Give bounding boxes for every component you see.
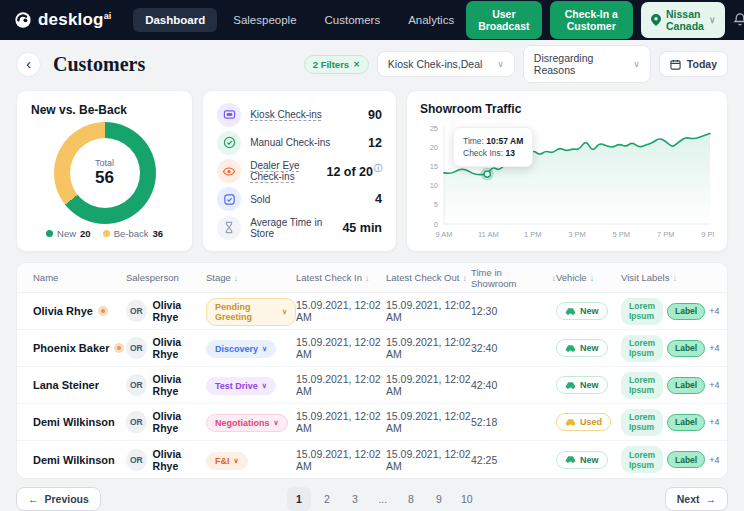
time-in-showroom-cell: 12:30 — [471, 305, 556, 317]
nav-item-dashboard[interactable]: Dashboard — [133, 8, 217, 32]
more-labels-count[interactable]: +4 — [709, 306, 719, 316]
legend-dot-icon — [103, 230, 110, 237]
sort-desc-icon[interactable]: ↓ — [672, 273, 677, 283]
salesperson-name: Olivia Rhye — [153, 448, 206, 472]
visit-label-pill[interactable]: Label — [667, 451, 705, 468]
legend-label: Be-back — [114, 228, 149, 239]
visit-label-pill[interactable]: Lorem Ipsum — [621, 446, 663, 473]
page-number-3[interactable]: 3 — [343, 487, 367, 511]
column-header-visit-labels[interactable]: Visit Labels↓ — [621, 272, 711, 283]
logo[interactable]: desklogai — [14, 10, 111, 30]
customer-status-badge-icon — [98, 306, 108, 316]
table-row[interactable]: Demi WilkinsonOROlivia RhyeF&I∨15.09.202… — [17, 441, 727, 478]
svg-text:9 AM: 9 AM — [435, 230, 452, 239]
visit-label-pill[interactable]: Lorem Ipsum — [621, 372, 663, 399]
customer-name-cell[interactable]: Demi Wilkinson — [33, 454, 126, 466]
page-ellipsis: ... — [371, 487, 395, 511]
legend-value: 36 — [153, 228, 164, 239]
page-number-2[interactable]: 2 — [315, 487, 339, 511]
visit-label-pill[interactable]: Lorem Ipsum — [621, 298, 663, 325]
showroom-traffic-card: Showroom Traffic Time: 10:57 AM Check In… — [406, 90, 728, 252]
nav-item-analytics[interactable]: Analytics — [396, 8, 466, 32]
customer-name-cell[interactable]: Demi Wilkinson — [33, 416, 126, 428]
salesperson-avatar: OR — [126, 411, 147, 433]
table-row[interactable]: Phoenix BakerOROlivia RhyeDiscovery∨15.0… — [17, 330, 727, 367]
stage-dropdown-pill[interactable]: Negotiations∨ — [206, 414, 288, 432]
svg-text:5 PM: 5 PM — [613, 230, 631, 239]
customer-name-cell[interactable]: Olivia Rhye — [33, 305, 126, 317]
checkin-type-filter-dropdown[interactable]: Kiosk Chek-ins,Dealer... ∨ — [377, 51, 515, 77]
visit-label-pill[interactable]: Label — [667, 340, 705, 357]
stage-dropdown-pill[interactable]: Test Drive∨ — [206, 377, 276, 395]
salesperson-avatar: OR — [126, 449, 147, 471]
sort-desc-icon[interactable]: ↓ — [590, 273, 595, 283]
table-row[interactable]: Olivia RhyeOROlivia RhyePending Greeting… — [17, 293, 727, 330]
customer-name-cell[interactable]: Phoenix Baker — [33, 342, 126, 354]
latest-checkin-cell: 15.09.2021, 12:02 AM — [296, 410, 386, 434]
visit-label-pill[interactable]: Lorem Ipsum — [621, 335, 663, 362]
back-button[interactable]: ‹ — [16, 52, 41, 77]
vehicle-label: New — [580, 455, 599, 465]
column-header-time-in-showroom[interactable]: Time in Showroom↓ — [471, 267, 556, 289]
visit-labels-cell: Lorem IpsumLabel+4 — [621, 446, 719, 473]
more-labels-count[interactable]: +4 — [709, 455, 719, 465]
column-header-salesperson[interactable]: Salesperson — [126, 272, 206, 283]
previous-page-button[interactable]: ← Previous — [16, 487, 101, 511]
notifications-bell-icon[interactable] — [733, 12, 744, 29]
stage-cell: Pending Greeting∨ — [206, 296, 296, 326]
vehicle-cell: Used — [556, 413, 621, 432]
disregarding-reasons-dropdown[interactable]: Disregarding Reasons ∨ — [523, 45, 651, 83]
page-number-9[interactable]: 9 — [427, 487, 451, 511]
stat-label-kiosk-check-ins[interactable]: Kiosk Check-ins — [250, 109, 322, 120]
column-header-latest-check-out[interactable]: Latest Check Out↓ — [386, 272, 471, 283]
visit-label-pill[interactable]: Lorem Ipsum — [621, 409, 663, 436]
nav-item-salespeople[interactable]: Salespeople — [221, 8, 308, 32]
sort-desc-icon[interactable]: ↓ — [462, 273, 467, 283]
chevron-left-icon: ‹ — [26, 56, 31, 72]
more-labels-count[interactable]: +4 — [709, 343, 719, 353]
car-icon — [565, 455, 576, 464]
column-header-name[interactable]: Name — [33, 272, 126, 283]
sort-desc-icon[interactable]: ↓ — [234, 273, 239, 283]
dealer-selector[interactable]: Nissan Canada ∨ — [641, 2, 726, 38]
visit-labels-cell: Lorem IpsumLabel+4 — [621, 372, 719, 399]
visit-label-pill[interactable]: Label — [667, 377, 705, 394]
checkin-customer-button[interactable]: Check-In a Customer — [550, 1, 633, 39]
dealer-name: Nissan Canada — [666, 8, 704, 32]
customer-name-cell[interactable]: Lana Steiner — [33, 379, 126, 391]
table-row[interactable]: Lana SteinerOROlivia RhyeTest Drive∨15.0… — [17, 367, 727, 404]
car-icon — [565, 418, 576, 427]
sort-desc-icon[interactable]: ↓ — [365, 273, 370, 283]
sold-icon — [217, 187, 241, 211]
page-number-10[interactable]: 10 — [455, 487, 479, 511]
info-icon[interactable]: ⓘ — [374, 164, 382, 173]
nav-item-customers[interactable]: Customers — [313, 8, 393, 32]
column-header-vehicle[interactable]: Vehicle↓ — [556, 272, 621, 283]
stage-dropdown-pill[interactable]: F&I∨ — [206, 452, 248, 470]
page-number-8[interactable]: 8 — [399, 487, 423, 511]
salesperson-cell: OROlivia Rhye — [126, 336, 206, 360]
stat-label-dealer-eye-check-ins[interactable]: Dealer Eye Check-ins — [250, 160, 317, 182]
visit-label-pill[interactable]: Label — [667, 414, 705, 431]
user-broadcast-button[interactable]: User Broadcast — [466, 1, 541, 39]
date-range-button[interactable]: Today — [659, 51, 728, 77]
more-labels-count[interactable]: +4 — [709, 380, 719, 390]
next-page-button[interactable]: Next → — [665, 487, 728, 511]
visit-label-pill[interactable]: Label — [667, 303, 705, 320]
column-label: Latest Check In — [296, 272, 362, 283]
table-row[interactable]: Demi WilkinsonOROlivia RhyeNegotiations∨… — [17, 404, 727, 441]
page-number-1[interactable]: 1 — [287, 487, 311, 511]
vehicle-label: New — [580, 343, 599, 353]
new-vs-beback-donut-chart[interactable]: Total 56 — [54, 122, 156, 224]
latest-checkin-cell: 15.09.2021, 12:02 AM — [296, 448, 386, 472]
column-header-stage[interactable]: Stage↓ — [206, 272, 296, 283]
more-labels-count[interactable]: +4 — [709, 417, 719, 427]
customer-status-badge-icon — [114, 343, 124, 353]
stage-dropdown-pill[interactable]: Discovery∨ — [206, 340, 276, 358]
clear-filters-icon[interactable]: ✕ — [353, 60, 360, 69]
stage-dropdown-pill[interactable]: Pending Greeting∨ — [206, 298, 296, 326]
active-filters-badge[interactable]: 2 Filters ✕ — [304, 55, 369, 74]
latest-checkout-cell: 15.09.2021, 12:02 AM — [386, 336, 471, 360]
stat-row-average-time-in-store: Average Time in Store45 min — [217, 214, 382, 241]
column-header-latest-check-in[interactable]: Latest Check In↓ — [296, 272, 386, 283]
